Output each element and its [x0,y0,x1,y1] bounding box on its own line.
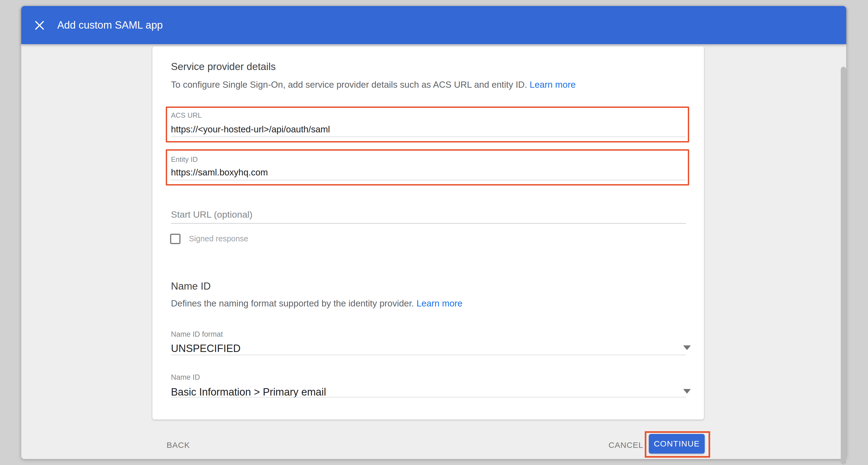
start-url-underline [171,223,686,224]
entity-id-input[interactable] [171,167,683,177]
back-button[interactable]: BACK [166,440,190,450]
dialog-title: Add custom SAML app [57,6,163,44]
name-id-format-underline [171,355,686,355]
entity-id-underline [171,180,686,180]
continue-button[interactable]: CONTINUE [649,434,705,454]
signed-response-label: Signed response [189,234,248,243]
service-provider-card: Service provider details To configure Si… [152,46,704,420]
close-icon[interactable] [34,19,45,31]
acs-url-label: ACS URL [171,111,202,120]
name-id-heading: Name ID [171,280,211,292]
name-id-description: Defines the naming format supported by t… [171,298,462,309]
name-id-description-text: Defines the naming format supported by t… [171,298,414,308]
start-url-input[interactable] [171,209,686,220]
acs-url-input[interactable] [171,124,683,135]
chevron-down-icon[interactable] [683,389,691,394]
service-provider-description: To configure Single Sign-On, add service… [171,79,576,90]
vertical-scrollbar-thumb[interactable] [841,67,846,464]
entity-id-label: Entity ID [171,155,198,164]
learn-more-link-nameid[interactable]: Learn more [416,298,463,308]
name-id-format-label: Name ID format [171,330,223,339]
name-id-mapping-underline [171,397,686,397]
name-id-mapping-label: Name ID [171,373,200,381]
name-id-mapping-select[interactable]: Basic Information > Primary email [171,386,326,398]
name-id-format-select[interactable]: UNSPECIFIED [171,343,241,355]
chevron-down-icon[interactable] [683,345,691,350]
page-background: Add custom SAML app Service provider det… [0,0,868,465]
acs-url-underline [171,136,686,137]
learn-more-link-sp[interactable]: Learn more [530,79,576,90]
add-saml-app-dialog: Add custom SAML app Service provider det… [21,6,846,459]
cancel-button[interactable]: CANCEL [609,440,643,450]
dialog-title-bar: Add custom SAML app [21,6,846,44]
signed-response-checkbox[interactable] [170,234,181,244]
service-provider-heading: Service provider details [171,61,276,72]
service-provider-description-text: To configure Single Sign-On, add service… [171,79,527,90]
